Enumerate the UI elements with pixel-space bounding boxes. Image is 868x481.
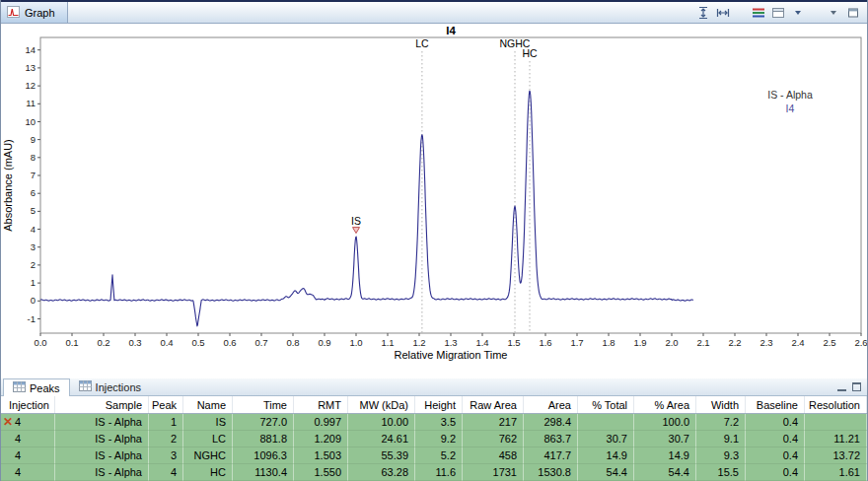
minimize-panel-icon[interactable]	[837, 382, 846, 391]
table-cell[interactable]: 9.2	[415, 431, 463, 447]
table-cell[interactable]: 55.39	[348, 447, 415, 464]
table-cell[interactable]: 10.00	[348, 414, 415, 431]
maximize-view-icon[interactable]	[845, 5, 861, 21]
table-cell[interactable]: 54.4	[578, 464, 634, 481]
column-header-2[interactable]: Peak	[149, 396, 183, 413]
y-tick-label: 4	[31, 224, 36, 235]
table-cell[interactable]	[578, 414, 634, 431]
table-cell[interactable]: 298.4	[524, 414, 578, 431]
trace-colors-icon[interactable]	[751, 5, 766, 21]
fit-width-icon[interactable]	[715, 5, 731, 21]
graph-options-dropdown-icon[interactable]	[790, 5, 806, 21]
table-cell[interactable]: 1530.8	[524, 464, 578, 481]
table-cell[interactable]: 458	[463, 447, 524, 464]
table-cell[interactable]: 9.3	[696, 447, 746, 464]
table-cell[interactable]: NGHC	[183, 447, 233, 464]
table-cell[interactable]: 863.7	[524, 431, 578, 447]
table-cell[interactable]: 1.209	[294, 431, 348, 447]
column-header-7[interactable]: Height	[415, 396, 463, 413]
table-row[interactable]: ✕4IS - Alpha1IS727.00.99710.003.5217298.…	[1, 414, 867, 431]
table-cell[interactable]: 0.997	[294, 414, 348, 431]
column-header-5[interactable]: RMT	[294, 396, 348, 413]
table-cell[interactable]: 1.550	[294, 464, 348, 481]
x-tick-label: 0.5	[191, 337, 204, 348]
table-cell[interactable]: 14.9	[578, 447, 634, 464]
column-header-3[interactable]: Name	[183, 396, 233, 413]
table-cell[interactable]: 30.7	[578, 431, 634, 447]
table-row[interactable]: 4IS - Alpha4HC1130.41.55063.2811.6173115…	[1, 464, 867, 481]
table-cell[interactable]: 14.9	[634, 447, 696, 464]
column-header-0[interactable]: Injection	[1, 396, 55, 413]
column-header-14[interactable]: Resolution	[805, 396, 867, 413]
y-tick-label: 7	[31, 170, 36, 180]
table-cell[interactable]: 1130.4	[233, 464, 294, 481]
table-cell[interactable]: 15.5	[696, 464, 746, 481]
table-cell[interactable]: 1.503	[294, 447, 348, 464]
maximize-panel-icon[interactable]	[852, 382, 861, 391]
x-tick-label: 1.6	[539, 337, 551, 348]
table-cell[interactable]: 0.4	[746, 447, 805, 464]
tab-peaks[interactable]: Peaks	[3, 378, 70, 396]
table-cell[interactable]	[805, 414, 867, 431]
column-header-8[interactable]: Raw Area	[463, 396, 524, 413]
table-cell[interactable]: 63.28	[348, 464, 415, 481]
table-cell[interactable]: IS	[183, 414, 233, 431]
table-cell[interactable]: 30.7	[634, 431, 696, 447]
table-cell[interactable]: 54.4	[634, 464, 696, 481]
table-cell[interactable]: 13.72	[805, 447, 867, 464]
table-cell[interactable]: 9.1	[696, 431, 746, 447]
tab-graph[interactable]: Graph	[1, 2, 68, 23]
y-tick-label: 13	[25, 62, 36, 73]
table-cell[interactable]: 1.61	[805, 464, 867, 481]
column-header-11[interactable]: % Area	[634, 396, 696, 413]
table-cell[interactable]: 727.0	[233, 414, 294, 431]
table-cell[interactable]: 24.61	[348, 431, 415, 447]
table-cell[interactable]: 881.8	[233, 431, 294, 447]
table-cell[interactable]: IS - Alpha	[55, 447, 149, 464]
table-cell[interactable]: 11.6	[415, 464, 463, 481]
view-menu-icon[interactable]	[826, 5, 841, 21]
table-cell[interactable]: 2	[149, 431, 183, 447]
column-header-1[interactable]: Sample	[55, 396, 149, 413]
table-cell[interactable]: 0.4	[746, 464, 805, 481]
table-cell[interactable]: 4	[149, 464, 183, 481]
table-cell[interactable]: 4	[1, 447, 55, 464]
column-header-9[interactable]: Area	[524, 396, 578, 413]
column-header-13[interactable]: Baseline	[746, 396, 805, 413]
table-cell[interactable]: 3.5	[415, 414, 463, 431]
table-cell[interactable]: 1	[149, 414, 183, 431]
table-cell[interactable]: 3	[149, 447, 183, 464]
legend-panel-icon[interactable]	[770, 5, 786, 21]
table-cell[interactable]: 217	[463, 414, 524, 431]
table-cell[interactable]: IS - Alpha	[55, 464, 149, 481]
table-cell[interactable]: LC	[183, 431, 233, 447]
column-header-6[interactable]: MW (kDa)	[348, 396, 415, 413]
table-cell[interactable]: ✕4	[1, 414, 55, 431]
fit-height-icon[interactable]	[695, 5, 711, 21]
table-cell[interactable]: 1731	[463, 464, 524, 481]
table-cell[interactable]: 7.2	[696, 414, 746, 431]
plot-border	[40, 37, 861, 333]
table-cell[interactable]: 762	[463, 431, 524, 447]
column-header-10[interactable]: % Total	[578, 396, 634, 413]
tab-injections[interactable]: Injections	[70, 378, 150, 395]
table-cell[interactable]: 417.7	[524, 447, 578, 464]
table-cell[interactable]: 4	[1, 431, 55, 447]
table-cell[interactable]: 0.4	[746, 414, 805, 431]
column-header-4[interactable]: Time	[233, 396, 294, 413]
electropherogram-chart[interactable]: 0.00.10.20.30.40.50.60.70.80.91.01.11.21…	[1, 24, 867, 378]
table-row[interactable]: 4IS - Alpha3NGHC1096.31.50355.395.245841…	[1, 447, 867, 464]
column-header-12[interactable]: Width	[696, 396, 746, 413]
table-cell[interactable]: 100.0	[634, 414, 696, 431]
x-tick-label: 1.4	[475, 337, 488, 348]
table-cell[interactable]: IS - Alpha	[55, 414, 149, 431]
table-cell[interactable]: 0.4	[746, 431, 805, 447]
table-cell[interactable]: 4	[1, 464, 55, 481]
table-cell[interactable]: HC	[183, 464, 233, 481]
table-cell[interactable]: 11.21	[805, 431, 867, 447]
table-cell[interactable]: IS - Alpha	[55, 431, 149, 447]
y-tick-label: 14	[25, 44, 36, 55]
table-cell[interactable]: 5.2	[415, 447, 463, 464]
table-row[interactable]: 4IS - Alpha2LC881.81.20924.619.2762863.7…	[1, 431, 867, 447]
table-cell[interactable]: 1096.3	[233, 447, 294, 464]
